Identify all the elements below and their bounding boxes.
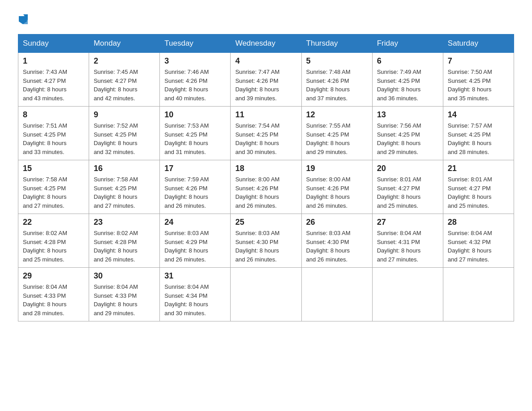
calendar-cell: 15 Sunrise: 7:58 AM Sunset: 4:25 PM Dayl…: [18, 160, 89, 214]
calendar-cell: 18 Sunrise: 8:00 AM Sunset: 4:26 PM Dayl…: [231, 160, 301, 214]
day-number: 10: [164, 110, 226, 120]
calendar-cell: 2 Sunrise: 7:45 AM Sunset: 4:27 PM Dayli…: [89, 53, 160, 107]
col-header-saturday: Saturday: [443, 34, 514, 53]
calendar-cell: 10 Sunrise: 7:53 AM Sunset: 4:25 PM Dayl…: [160, 107, 231, 160]
day-info: Sunrise: 8:01 AM Sunset: 4:27 PM Dayligh…: [377, 175, 438, 210]
calendar-cell: 21 Sunrise: 8:01 AM Sunset: 4:27 PM Dayl…: [443, 160, 514, 214]
calendar-cell: [443, 268, 514, 321]
calendar-cell: 29 Sunrise: 8:04 AM Sunset: 4:33 PM Dayl…: [18, 268, 89, 321]
day-info: Sunrise: 7:58 AM Sunset: 4:25 PM Dayligh…: [23, 175, 84, 210]
calendar-cell: 4 Sunrise: 7:47 AM Sunset: 4:26 PM Dayli…: [231, 53, 301, 107]
day-number: 26: [306, 218, 368, 227]
day-number: 6: [377, 56, 438, 66]
day-number: 20: [377, 164, 438, 173]
day-info: Sunrise: 7:54 AM Sunset: 4:25 PM Dayligh…: [235, 121, 296, 156]
day-number: 7: [448, 56, 509, 66]
col-header-wednesday: Wednesday: [231, 34, 301, 53]
day-info: Sunrise: 8:04 AM Sunset: 4:33 PM Dayligh…: [23, 283, 84, 317]
day-info: Sunrise: 8:01 AM Sunset: 4:27 PM Dayligh…: [448, 175, 509, 210]
calendar-header-row: SundayMondayTuesdayWednesdayThursdayFrid…: [18, 34, 514, 53]
day-number: 22: [23, 218, 84, 227]
day-info: Sunrise: 7:49 AM Sunset: 4:25 PM Dayligh…: [377, 68, 438, 103]
calendar-cell: 24 Sunrise: 8:03 AM Sunset: 4:29 PM Dayl…: [160, 214, 231, 268]
calendar-cell: 19 Sunrise: 8:00 AM Sunset: 4:26 PM Dayl…: [301, 160, 372, 214]
calendar-cell: 31 Sunrise: 8:04 AM Sunset: 4:34 PM Dayl…: [160, 268, 231, 321]
day-number: 21: [448, 164, 509, 173]
calendar-cell: 20 Sunrise: 8:01 AM Sunset: 4:27 PM Dayl…: [372, 160, 443, 214]
day-info: Sunrise: 8:03 AM Sunset: 4:30 PM Dayligh…: [306, 229, 368, 264]
day-number: 28: [448, 218, 509, 227]
day-info: Sunrise: 7:59 AM Sunset: 4:26 PM Dayligh…: [164, 175, 226, 210]
calendar-cell: 8 Sunrise: 7:51 AM Sunset: 4:25 PM Dayli…: [18, 107, 89, 160]
day-number: 9: [94, 110, 155, 120]
day-number: 24: [164, 218, 226, 227]
calendar-cell: 9 Sunrise: 7:52 AM Sunset: 4:25 PM Dayli…: [89, 107, 160, 160]
day-info: Sunrise: 7:52 AM Sunset: 4:25 PM Dayligh…: [94, 121, 155, 156]
week-row-1: 1 Sunrise: 7:43 AM Sunset: 4:27 PM Dayli…: [18, 53, 514, 107]
day-info: Sunrise: 8:04 AM Sunset: 4:31 PM Dayligh…: [377, 229, 438, 264]
day-number: 15: [23, 164, 84, 173]
day-info: Sunrise: 8:03 AM Sunset: 4:29 PM Dayligh…: [164, 229, 226, 264]
calendar-cell: 30 Sunrise: 8:04 AM Sunset: 4:33 PM Dayl…: [89, 268, 160, 321]
calendar-table: SundayMondayTuesdayWednesdayThursdayFrid…: [18, 34, 514, 321]
day-number: 18: [235, 164, 296, 173]
day-number: 3: [164, 56, 226, 66]
day-number: 27: [377, 218, 438, 227]
calendar-cell: 14 Sunrise: 7:57 AM Sunset: 4:25 PM Dayl…: [443, 107, 514, 160]
day-number: 1: [23, 56, 84, 66]
calendar-cell: 22 Sunrise: 8:02 AM Sunset: 4:28 PM Dayl…: [18, 214, 89, 268]
col-header-tuesday: Tuesday: [160, 34, 231, 53]
week-row-5: 29 Sunrise: 8:04 AM Sunset: 4:33 PM Dayl…: [18, 268, 514, 321]
day-info: Sunrise: 8:04 AM Sunset: 4:32 PM Dayligh…: [448, 229, 509, 264]
day-number: 5: [306, 56, 368, 66]
col-header-monday: Monday: [89, 34, 160, 53]
calendar-cell: 23 Sunrise: 8:02 AM Sunset: 4:28 PM Dayl…: [89, 214, 160, 268]
calendar-cell: [301, 268, 372, 321]
day-info: Sunrise: 7:46 AM Sunset: 4:26 PM Dayligh…: [164, 68, 226, 103]
day-info: Sunrise: 7:43 AM Sunset: 4:27 PM Dayligh…: [23, 68, 84, 103]
calendar-cell: 26 Sunrise: 8:03 AM Sunset: 4:30 PM Dayl…: [301, 214, 372, 268]
day-number: 11: [235, 110, 296, 120]
day-number: 16: [94, 164, 155, 173]
day-number: 19: [306, 164, 368, 173]
calendar-cell: 11 Sunrise: 7:54 AM Sunset: 4:25 PM Dayl…: [231, 107, 301, 160]
week-row-3: 15 Sunrise: 7:58 AM Sunset: 4:25 PM Dayl…: [18, 160, 514, 214]
calendar-cell: [231, 268, 301, 321]
calendar-cell: 12 Sunrise: 7:55 AM Sunset: 4:25 PM Dayl…: [301, 107, 372, 160]
calendar-cell: 27 Sunrise: 8:04 AM Sunset: 4:31 PM Dayl…: [372, 214, 443, 268]
calendar-cell: 3 Sunrise: 7:46 AM Sunset: 4:26 PM Dayli…: [160, 53, 231, 107]
day-number: 17: [164, 164, 226, 173]
day-info: Sunrise: 8:04 AM Sunset: 4:34 PM Dayligh…: [164, 283, 226, 317]
col-header-sunday: Sunday: [18, 34, 89, 53]
calendar-cell: 6 Sunrise: 7:49 AM Sunset: 4:25 PM Dayli…: [372, 53, 443, 107]
page-header: [18, 13, 514, 25]
day-info: Sunrise: 8:00 AM Sunset: 4:26 PM Dayligh…: [306, 175, 368, 210]
day-number: 29: [23, 271, 84, 281]
col-header-thursday: Thursday: [301, 34, 372, 53]
calendar-cell: 13 Sunrise: 7:56 AM Sunset: 4:25 PM Dayl…: [372, 107, 443, 160]
day-info: Sunrise: 7:55 AM Sunset: 4:25 PM Dayligh…: [306, 121, 368, 156]
day-info: Sunrise: 7:57 AM Sunset: 4:25 PM Dayligh…: [448, 121, 509, 156]
day-info: Sunrise: 8:03 AM Sunset: 4:30 PM Dayligh…: [235, 229, 296, 264]
day-info: Sunrise: 7:48 AM Sunset: 4:26 PM Dayligh…: [306, 68, 368, 103]
calendar-cell: 28 Sunrise: 8:04 AM Sunset: 4:32 PM Dayl…: [443, 214, 514, 268]
day-info: Sunrise: 7:51 AM Sunset: 4:25 PM Dayligh…: [23, 121, 84, 156]
calendar-cell: [372, 268, 443, 321]
day-info: Sunrise: 8:04 AM Sunset: 4:33 PM Dayligh…: [94, 283, 155, 317]
day-number: 2: [94, 56, 155, 66]
logo: [18, 13, 28, 25]
calendar-cell: 7 Sunrise: 7:50 AM Sunset: 4:25 PM Dayli…: [443, 53, 514, 107]
day-info: Sunrise: 8:02 AM Sunset: 4:28 PM Dayligh…: [23, 229, 84, 264]
week-row-2: 8 Sunrise: 7:51 AM Sunset: 4:25 PM Dayli…: [18, 107, 514, 160]
day-info: Sunrise: 7:50 AM Sunset: 4:25 PM Dayligh…: [448, 68, 509, 103]
calendar-cell: 25 Sunrise: 8:03 AM Sunset: 4:30 PM Dayl…: [231, 214, 301, 268]
day-info: Sunrise: 7:47 AM Sunset: 4:26 PM Dayligh…: [235, 68, 296, 103]
day-info: Sunrise: 7:53 AM Sunset: 4:25 PM Dayligh…: [164, 121, 226, 156]
day-info: Sunrise: 7:45 AM Sunset: 4:27 PM Dayligh…: [94, 68, 155, 103]
day-number: 4: [235, 56, 296, 66]
calendar-cell: 17 Sunrise: 7:59 AM Sunset: 4:26 PM Dayl…: [160, 160, 231, 214]
calendar-cell: 1 Sunrise: 7:43 AM Sunset: 4:27 PM Dayli…: [18, 53, 89, 107]
logo-arrow-icon: [18, 14, 28, 26]
calendar-cell: 16 Sunrise: 7:58 AM Sunset: 4:25 PM Dayl…: [89, 160, 160, 214]
day-number: 12: [306, 110, 368, 120]
